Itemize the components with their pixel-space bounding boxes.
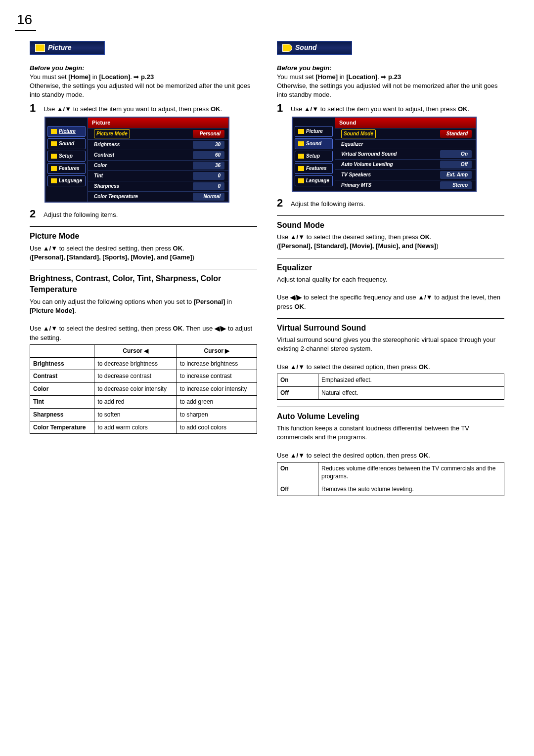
sound-mode-text: Use ▲/▼ to select the desired setting, t… (277, 233, 504, 251)
before-text2: Otherwise, the settings you adjusted wil… (30, 82, 257, 99)
osd-row-val: Off (440, 161, 472, 168)
table-row: Brightnessto decrease brightnessto incre… (30, 357, 257, 370)
osd-row-key: Primary MTS (341, 182, 371, 189)
osd-row: Sound ModeStandard (335, 128, 476, 139)
bcct-heading: Brightness, Contrast, Color, Tint, Sharp… (30, 273, 257, 295)
osd-row-val: Stereo (440, 181, 472, 189)
osd-row-val: 0 (193, 172, 224, 180)
row-val: Natural effect. (318, 386, 504, 399)
equalizer-text1: Adjust tonal quality for each frequency. (277, 275, 504, 284)
table-row: Color Temperatureto add warm colorsto ad… (30, 421, 257, 434)
osd-row: Color TemperatureNormal (88, 191, 228, 202)
before-text: You must set [Home] in [Location]. ➟ p.2… (30, 73, 257, 82)
row-val: Removes the auto volume leveling. (318, 483, 504, 496)
picture-tab-label: Picture (48, 43, 71, 53)
osd-row-key: Brightness (94, 141, 120, 148)
page-number: 16 (15, 10, 36, 31)
osd-row-val: 60 (193, 151, 224, 159)
osd-row: Brightness30 (88, 139, 228, 150)
sound-column: Sound Before you begin: You must set [Ho… (277, 41, 504, 496)
row-right: to increase color intensity (177, 383, 257, 396)
osd-side-item: Sound (47, 138, 86, 149)
osd-header: Picture (88, 118, 228, 128)
table-row: OnEmphasized effect. (277, 374, 504, 386)
row-right: to add cool colors (177, 421, 257, 434)
vss-heading: Virtual Surround Sound (277, 323, 504, 334)
row-right: to increase brightness (177, 357, 257, 370)
osd-row: Virtual Surround SoundOn (335, 149, 476, 159)
vss-text2: Use ▲/▼ to select the desired option, th… (277, 363, 504, 372)
osd-side-label: Picture (59, 128, 76, 135)
osd-header: Sound (335, 118, 476, 128)
before-text: You must set [Home] in [Location]. ➟ p.2… (277, 73, 504, 82)
table-row: Tintto add redto add green (30, 395, 257, 408)
table-row: OffRemoves the auto volume leveling. (277, 483, 504, 496)
osd-row: Tint0 (88, 170, 228, 181)
picture-icon (35, 44, 45, 52)
osd-side-item: Features (47, 163, 86, 174)
updown-icon: ▲/▼ (290, 363, 305, 371)
step-num: 1 (30, 103, 39, 114)
step-num: 2 (30, 209, 39, 219)
osd-side-item: Setup (47, 151, 86, 162)
osd-sidebar: PictureSoundSetupFeaturesLanguage (45, 118, 88, 202)
osd-sidebar: PictureSoundSetupFeaturesLanguage (293, 118, 335, 191)
osd-row: TV SpeakersExt. Amp (335, 169, 476, 180)
leftright-icon: ◀/▶ (290, 294, 302, 301)
equalizer-text2: Use ◀/▶ to select the specific frequency… (277, 293, 504, 311)
row-left: to decrease contrast (94, 370, 177, 383)
avl-text2: Use ▲/▼ to select the desired option, th… (277, 451, 504, 460)
avl-heading: Auto Volume Leveling (277, 411, 504, 422)
table-row: OffNatural effect. (277, 386, 504, 399)
goto-icon: ➟ (134, 73, 139, 81)
row-label: Tint (30, 395, 94, 408)
osd-side-item: Setup (295, 151, 333, 162)
row-left: to soften (94, 408, 177, 421)
table-row: Colorto decrease color intensityto incre… (30, 383, 257, 396)
before-text2: Otherwise, the settings you adjusted wil… (277, 82, 504, 99)
osd-side-label: Features (59, 165, 80, 172)
picture-mode-text: Use ▲/▼ to select the desired setting, t… (30, 244, 257, 262)
osd-row-key: TV Speakers (341, 171, 371, 178)
step-1: 1 Use ▲/▼ to select the item you want to… (277, 103, 504, 114)
osd-row-val: 36 (193, 162, 224, 169)
avl-text1: This function keeps a constant loudness … (277, 424, 504, 442)
row-label: Color (30, 383, 94, 396)
vss-text1: Virtual surround sound gives you the ste… (277, 336, 504, 353)
row-label: Sharpness (30, 408, 94, 421)
osd-row-val: Normal (193, 193, 224, 201)
step-2: 2 Adjust the following items. (30, 209, 257, 219)
updown-icon: ▲/▼ (57, 105, 71, 113)
row-label: Color Temperature (30, 421, 94, 434)
osd-row-val: 30 (193, 141, 224, 149)
sound-tab: Sound (277, 41, 352, 55)
step-1: 1 Use ▲/▼ to select the item you want to… (30, 103, 257, 114)
equalizer-heading: Equalizer (277, 262, 504, 273)
osd-row-key: Picture Mode (94, 129, 130, 138)
updown-icon: ▲/▼ (290, 452, 305, 459)
th-cursor-left: Cursor ◀ (94, 344, 177, 357)
osd-side-icon (298, 178, 304, 183)
row-left: to decrease brightness (94, 357, 177, 370)
row-right: to add green (177, 395, 257, 408)
osd-side-icon (298, 129, 304, 134)
osd-side-label: Features (306, 165, 327, 172)
updown-icon: ▲/▼ (290, 233, 305, 241)
osd-row-key: Color Temperature (94, 193, 138, 200)
osd-side-item: Picture (47, 126, 86, 137)
step-2: 2 Adjust the following items. (277, 198, 504, 209)
osd-side-icon (51, 141, 57, 146)
updown-icon: ▲/▼ (43, 325, 57, 332)
osd-row: Color36 (88, 160, 228, 170)
osd-row-key: Virtual Surround Sound (341, 151, 397, 158)
updown-icon: ▲/▼ (304, 105, 318, 113)
osd-row-val: Personal (193, 130, 224, 138)
picture-tab: Picture (30, 41, 105, 55)
osd-row: Primary MTSStereo (335, 180, 476, 190)
osd-row: Picture ModePersonal (88, 128, 228, 139)
row-left: to add warm colors (94, 421, 177, 434)
sound-mode-heading: Sound Mode (277, 220, 504, 231)
row-left: to add red (94, 395, 177, 408)
row-val: Emphasized effect. (318, 374, 504, 386)
leftright-icon: ◀/▶ (215, 325, 226, 332)
